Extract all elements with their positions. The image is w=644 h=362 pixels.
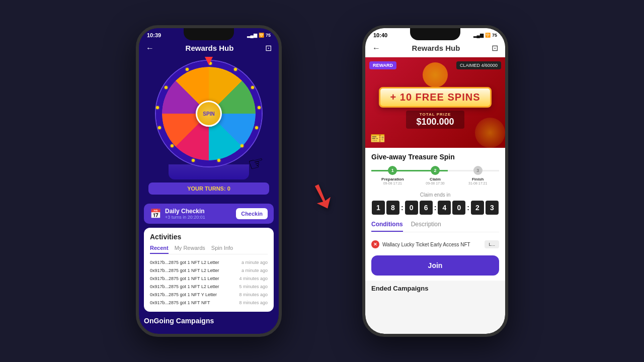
checkin-title: Daily Checkin <box>165 208 205 215</box>
giveaway-title: Give-away Treasure Spin <box>371 153 499 161</box>
step-label-3: Finish <box>472 177 484 182</box>
cond-tab-description[interactable]: Description <box>411 221 441 232</box>
spin-wheel-area: SPIN ☞ YOUR TURNS: 0 <box>139 57 279 200</box>
left-settings-icon[interactable]: ⊡ <box>265 43 272 53</box>
checkin-button[interactable]: Checkin <box>236 208 268 219</box>
right-status-icons: ▂▄▆ 🛜 75 <box>473 33 497 38</box>
arrow-container: ➘ <box>302 145 342 217</box>
right-status-time: 10:40 <box>373 32 387 38</box>
tab-recent[interactable]: Recent <box>150 245 169 254</box>
total-prize-label: TOTAL PRIZE <box>416 112 454 117</box>
second-arrow-icon: ➘ <box>506 236 508 272</box>
wheel-frame: SPIN ☞ <box>156 61 262 166</box>
countdown-h1: 1 <box>372 201 385 215</box>
countdown-row: 1 8 : 0 6 : 4 0 : 2 3 <box>371 201 499 215</box>
gold-dot <box>240 144 244 147</box>
activity-text: 0x917b...2875 got 1 NFT L2 Letter <box>150 284 219 289</box>
checkin-subtitle: +3 turns in 20:20:01 <box>165 215 205 220</box>
gold-dot <box>251 86 254 89</box>
gold-dot <box>186 68 189 71</box>
coin-decoration <box>423 62 448 87</box>
wheel-spin-button[interactable]: SPIN <box>196 101 222 127</box>
tab-spin-info[interactable]: Spin Info <box>211 245 233 254</box>
left-screen: 10:39 ▂▄▆ 🛜 75 ← Rewards Hub ⊡ <box>139 28 279 334</box>
right-header-title: Rewards Hub <box>412 44 460 52</box>
right-settings-icon[interactable]: ⊡ <box>492 43 498 53</box>
condition-status-icon: ✕ <box>371 240 379 248</box>
screen-container: 10:39 ▂▄▆ 🛜 75 ← Rewards Hub ⊡ <box>136 25 508 337</box>
right-app-header: ← Rewards Hub ⊡ <box>365 40 505 57</box>
activity-text: 0x917b...2875 got 1 NFT NFT <box>150 300 210 305</box>
right-power-button <box>507 88 508 114</box>
countdown-sep2: : <box>434 204 437 212</box>
condition-row: ✕ Wallacy Lucky Ticket Early Access NFT … <box>371 237 499 251</box>
right-volume-up-button <box>362 78 363 94</box>
countdown-sep3: : <box>467 204 469 212</box>
left-status-icons: ▂▄▆ 🛜 75 <box>247 33 271 38</box>
step-claim: 2 Claim 09-08 17:30 <box>414 166 457 185</box>
activities-tabs: Recent My Rewards Spin Info <box>150 245 268 254</box>
claimed-badge: CLAIMED 4/60000 <box>456 61 501 69</box>
right-screen: 10:40 ▂▄▆ 🛜 75 ← Rewards Hub ⊡ REWARD CL… <box>365 28 505 334</box>
activity-row: 0x917b...2875 got 1 NFT L1 Letter 4 minu… <box>150 275 268 283</box>
wheel-pedestal <box>169 164 249 179</box>
gold-dot <box>156 106 159 109</box>
countdown-h2: 8 <box>386 201 399 215</box>
power-button <box>281 88 282 114</box>
left-phone: 10:39 ▂▄▆ 🛜 75 ← Rewards Hub ⊡ <box>136 25 282 337</box>
right-volume-down-button <box>362 99 363 119</box>
countdown-m1: 0 <box>405 201 418 215</box>
activity-text: 0x917b...2875 got 1 NFT L2 Letter <box>150 260 219 265</box>
phone-notch <box>184 28 234 40</box>
condition-link-button[interactable]: L... <box>485 240 499 248</box>
step-circle-1: 1 <box>388 166 397 175</box>
ongoing-title: OnGoing Campaigns <box>139 312 279 327</box>
left-back-icon[interactable]: ← <box>146 44 154 53</box>
right-wifi-icon: 🛜 <box>485 33 491 38</box>
checkin-text: Daily Checkin +3 turns in 20:20:01 <box>165 208 205 220</box>
activity-text: 0x917b...2875 got 1 NFT Y Letter <box>150 292 217 297</box>
countdown-s1: 4 <box>438 201 451 215</box>
activity-time: a minute ago <box>242 268 268 273</box>
activity-time: 8 minutes ago <box>239 300 268 305</box>
activities-section: Activities Recent My Rewards Spin Info 0… <box>144 228 274 312</box>
right-back-icon[interactable]: ← <box>372 44 380 53</box>
activity-row: 0x917b...2875 got 1 NFT L2 Letter a minu… <box>150 266 268 275</box>
wheel-cursor <box>205 57 213 65</box>
right-signal-icon: ▂▄▆ <box>473 33 484 38</box>
countdown-s2: 0 <box>452 201 465 215</box>
step-preparation: 1 Preparation 09-08 17:21 <box>371 166 414 185</box>
right-main-content: Give-away Treasure Spin 1 Preparation 09… <box>365 148 505 281</box>
activity-row: 0x917b...2875 got 1 NFT L2 Letter a minu… <box>150 258 268 266</box>
right-phone-notch <box>410 28 460 40</box>
gold-dot <box>217 159 220 162</box>
center-arrow-icon: ➘ <box>301 171 343 220</box>
reward-banner: REWARD CLAIMED 4/60000 + 10 FREE SPINS T… <box>365 57 505 148</box>
activity-row: 0x917b...2875 got 1 NFT NFT 8 minutes ag… <box>150 299 268 307</box>
tab-my-rewards[interactable]: My Rewards <box>175 245 205 254</box>
gold-dot <box>258 106 261 109</box>
checkin-icon: 📅 <box>150 208 161 219</box>
countdown-label: Claim ends in <box>371 192 499 198</box>
right-phone: 10:40 ▂▄▆ 🛜 75 ← Rewards Hub ⊡ REWARD CL… <box>362 25 508 337</box>
countdown-m2: 6 <box>420 201 433 215</box>
join-button[interactable]: Join <box>371 255 499 276</box>
step-date-2: 09-08 17:30 <box>426 182 444 185</box>
reward-badge: REWARD <box>369 61 396 69</box>
step-label-1: Preparation <box>381 177 404 182</box>
activity-time: 5 minutes ago <box>239 284 268 289</box>
step-circle-2: 2 <box>431 166 440 175</box>
battery-text: 75 <box>266 33 271 38</box>
turns-bar: YOUR TURNS: 0 <box>148 183 269 195</box>
activity-time: 8 minutes ago <box>239 292 268 297</box>
wifi-icon: 🛜 <box>259 33 264 38</box>
ended-campaigns-title: Ended Campaigns <box>365 281 505 294</box>
cond-tab-conditions[interactable]: Conditions <box>371 221 403 232</box>
checkin-left: 📅 Daily Checkin +3 turns in 20:20:01 <box>150 208 205 220</box>
total-prize-area: TOTAL PRIZE $100.000 <box>406 111 464 129</box>
conditions-tabs: Conditions Description <box>371 221 499 232</box>
checkin-bar: 📅 Daily Checkin +3 turns in 20:20:01 Che… <box>144 204 274 224</box>
activity-time: 4 minutes ago <box>239 276 268 281</box>
ticket-icon: 🎫 <box>370 131 385 145</box>
spin-label: SPIN <box>203 111 214 117</box>
